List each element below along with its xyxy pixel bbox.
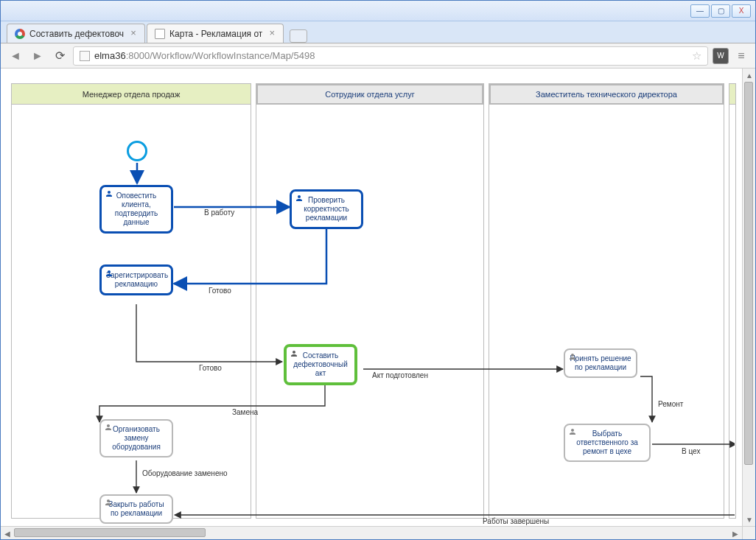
tab-favicon-elma-icon <box>15 29 25 39</box>
task-label: Закрыть работы по рекламации <box>108 500 164 517</box>
user-task-icon <box>104 498 113 507</box>
window-maximize-button[interactable]: ▢ <box>711 4 730 18</box>
tab-favicon-document-icon <box>155 29 165 39</box>
edge-label-to-work: В работу <box>204 208 234 217</box>
site-info-icon[interactable] <box>80 51 90 61</box>
lane-header: Сотрудник отдела услуг <box>256 84 483 105</box>
user-task-icon <box>568 427 577 436</box>
scroll-thumb[interactable] <box>744 82 753 465</box>
task-label: Проверить корректность рекламации <box>304 196 349 222</box>
tab-title: Составить дефектовоч <box>29 29 124 39</box>
browser-tab-1[interactable]: Составить дефектовоч × <box>7 24 145 43</box>
user-task-icon <box>568 352 577 361</box>
edge-label-equipment-replaced: Оборудование заменено <box>142 469 228 477</box>
edge-label-replace: Замена <box>232 408 258 416</box>
task-label: Выбрать ответственного за ремонт в цехе <box>576 429 638 455</box>
horizontal-scrollbar[interactable]: ◀ ▶ <box>1 526 742 539</box>
url-text: elma36:8000/Workflow/WorkflowInstance/Ma… <box>94 50 315 61</box>
task-label: Организовать замену оборудования <box>112 425 161 451</box>
edge-label-ready-2: Готово <box>199 364 222 372</box>
scroll-corner <box>742 526 755 539</box>
extension-button[interactable]: W <box>713 48 729 64</box>
scroll-thumb[interactable] <box>14 528 206 537</box>
back-button[interactable]: ◄ <box>7 47 24 65</box>
new-tab-button[interactable] <box>290 29 307 43</box>
browser-tab-2[interactable]: Карта - Рекламация от × <box>147 24 284 43</box>
task-label: Принять решение по рекламации <box>570 354 631 371</box>
swimlane-partial <box>729 83 736 519</box>
edge-label-to-shop: В цех <box>682 447 700 455</box>
swimlane-service-employee: Сотрудник отдела услуг <box>256 83 484 519</box>
toolbar: ◄ ► ⟳ elma36:8000/Workflow/WorkflowInsta… <box>1 43 755 69</box>
edge-label-ready-1: Готово <box>209 287 231 295</box>
task-label: Зарегистрировать рекламацию <box>106 271 168 288</box>
task-check-claim[interactable]: Проверить корректность рекламации <box>290 189 363 229</box>
url-host: elma36 <box>94 50 126 61</box>
scroll-up-arrow-icon[interactable]: ▲ <box>743 69 755 82</box>
task-organize-replacement[interactable]: Организовать замену оборудования <box>99 419 173 457</box>
forward-button[interactable]: ► <box>29 47 46 65</box>
tab-close-icon[interactable]: × <box>267 29 277 39</box>
lane-header: Менеджер отдела продаж <box>12 84 251 105</box>
task-compose-defect-act[interactable]: Составить дефектовочный акт <box>284 344 357 385</box>
tab-close-icon[interactable]: × <box>128 29 139 39</box>
task-register-claim[interactable]: Зарегистрировать рекламацию <box>99 264 173 295</box>
edge-label-act-ready: Акт подготовлен <box>372 371 428 379</box>
address-bar[interactable]: elma36:8000/Workflow/WorkflowInstance/Ma… <box>73 46 708 66</box>
lane-header: Заместитель технического директора <box>489 84 724 105</box>
task-label: Составить дефектовочный акт <box>293 351 348 377</box>
reload-button[interactable]: ⟳ <box>51 47 69 65</box>
tab-strip: Составить дефектовоч × Карта - Рекламаци… <box>1 21 755 43</box>
task-make-decision[interactable]: Принять решение по рекламации <box>564 348 637 378</box>
scroll-right-arrow-icon[interactable]: ▶ <box>729 527 742 539</box>
user-task-icon <box>290 349 298 358</box>
user-task-icon <box>105 189 113 198</box>
window-titlebar: — ▢ X <box>1 1 755 21</box>
lane-header <box>729 84 735 105</box>
scroll-down-arrow-icon[interactable]: ▼ <box>743 513 755 526</box>
bookmark-star-icon[interactable]: ☆ <box>692 49 701 63</box>
page-viewport: Менеджер отдела продаж Сотрудник отдела … <box>1 69 755 539</box>
start-event[interactable] <box>127 141 147 161</box>
bpmn-canvas[interactable]: Менеджер отдела продаж Сотрудник отдела … <box>11 83 735 519</box>
task-select-responsible[interactable]: Выбрать ответственного за ремонт в цехе <box>564 424 651 462</box>
edge-label-repair: Ремонт <box>658 400 683 408</box>
tab-title: Карта - Рекламация от <box>169 29 262 39</box>
scroll-left-arrow-icon[interactable]: ◀ <box>1 527 14 539</box>
window-minimize-button[interactable]: — <box>690 4 710 18</box>
task-label: Оповестить клиента, подтвердить данные <box>115 192 158 226</box>
browser-window: — ▢ X Составить дефектовоч × Карта - Рек… <box>0 0 756 540</box>
user-task-icon <box>104 423 113 432</box>
user-task-icon <box>105 269 113 278</box>
task-close-works[interactable]: Закрыть работы по рекламации <box>99 494 173 524</box>
chrome-menu-button[interactable]: ≡ <box>733 48 749 64</box>
url-path: :8000/Workflow/WorkflowInstance/Map/5498 <box>126 50 315 61</box>
task-notify-client[interactable]: Оповестить клиента, подтвердить данные <box>99 185 173 234</box>
edge-label-works-done: Работы завершены <box>483 517 549 525</box>
user-task-icon <box>295 194 304 203</box>
vertical-scrollbar[interactable]: ▲ ▼ <box>742 69 755 526</box>
window-close-button[interactable]: X <box>732 4 751 18</box>
